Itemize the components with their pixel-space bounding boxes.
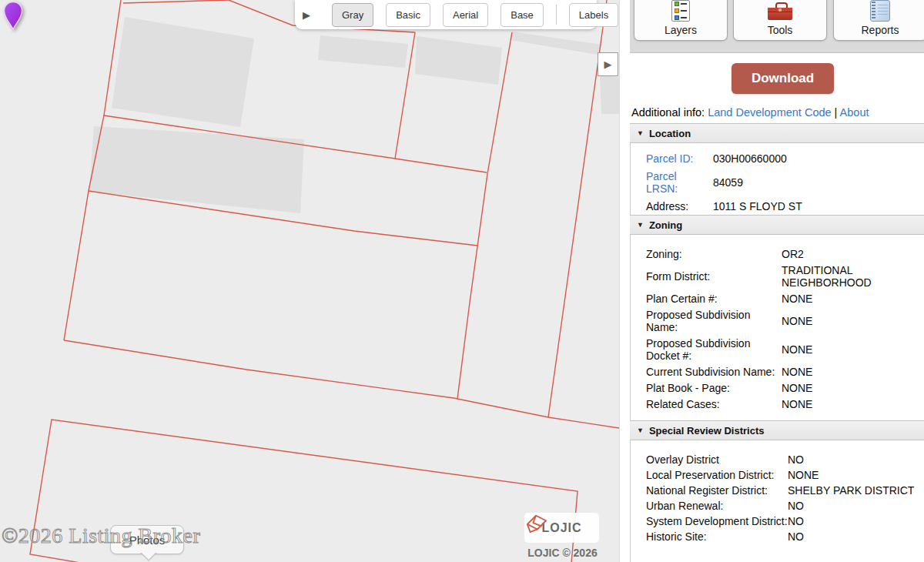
row-label: Historic Site: <box>646 530 788 543</box>
toolbar-divider <box>556 5 557 25</box>
zoning-rows: Zoning: OR2 Form District: TRADITIONAL N… <box>630 235 924 420</box>
detail-row: Form District: TRADITIONAL NEIGHBORHOOD <box>646 264 924 289</box>
row-value: 1011 S FLOYD ST <box>713 200 924 212</box>
panel-toolbar-strip: Layers Tools Reports <box>630 0 924 53</box>
building-footprints <box>89 17 619 213</box>
row-value: NONE <box>782 366 924 378</box>
row-label: System Development District: <box>646 515 788 527</box>
row-value: NO <box>788 515 924 527</box>
additional-info-prefix: Additional info: <box>631 106 708 119</box>
row-label: Zoning: <box>646 248 782 260</box>
detail-row: Parcel ID: 030H00660000 <box>646 152 924 165</box>
detail-row: Current Subdivision Name: NONE <box>646 366 924 378</box>
basemap-button[interactable]: Gray <box>332 3 373 27</box>
row-value: NONE <box>782 293 924 305</box>
layers-icon <box>671 0 690 22</box>
parcel-map-canvas <box>0 0 619 562</box>
photos-callout[interactable]: Photos <box>110 525 184 554</box>
land-development-code-link[interactable]: Land Development Code <box>708 106 831 119</box>
detail-row: System Development District: NO <box>646 515 924 527</box>
row-label: Overlay District <box>646 453 788 466</box>
basemap-buttons: Gray Basic Aerial Base Labels <box>332 3 618 27</box>
detail-row: Overlay District NO <box>646 453 924 466</box>
row-value: NONE <box>782 343 924 356</box>
detail-row: Historic Site: NO <box>646 530 924 543</box>
row-label[interactable]: Parcel LRSN: <box>646 170 713 195</box>
info-panel: Layers Tools Reports Download Additional… <box>630 0 924 562</box>
row-label: Current Subdivision Name: <box>646 366 782 378</box>
section-title: Special Review Districts <box>649 425 765 437</box>
row-value: NONE <box>782 315 924 327</box>
tools-label: Tools <box>768 24 793 36</box>
row-value: 84059 <box>713 176 924 189</box>
section-header-special-review-districts[interactable]: ▼ Special Review Districts <box>630 420 924 440</box>
row-label: Urban Renewal: <box>646 500 788 512</box>
row-value: NO <box>788 500 924 512</box>
row-value: NONE <box>788 469 924 481</box>
additional-info: Additional info: Land Development Code |… <box>631 106 869 119</box>
row-value: SHELBY PARK DISTRICT <box>788 484 924 497</box>
reports-card[interactable]: Reports <box>833 0 924 41</box>
about-link[interactable]: About <box>840 106 869 119</box>
toolbox-icon <box>768 0 792 22</box>
row-value: NONE <box>782 398 924 410</box>
basemap-button[interactable]: Aerial <box>443 3 488 27</box>
row-label: Proposed Subdivision Docket #: <box>646 337 782 362</box>
toolbar-collapse-icon[interactable]: ▶ <box>303 10 310 20</box>
row-value: OR2 <box>782 248 924 260</box>
row-label: National Register District: <box>646 484 788 497</box>
chevron-right-icon: ▶ <box>604 59 612 70</box>
detail-row: National Register District: SHELBY PARK … <box>646 484 924 497</box>
notebook-icon <box>870 0 890 22</box>
detail-row: Urban Renewal: NO <box>646 500 924 512</box>
parcel-map[interactable]: ▶ Gray Basic Aerial Base Labels ▶ Photos… <box>0 0 620 562</box>
section-header-zoning[interactable]: ▼ Zoning <box>630 215 924 235</box>
row-label: Plan Certain #: <box>646 293 782 305</box>
tools-card[interactable]: Tools <box>733 0 827 41</box>
detail-row: Plat Book - Page: NONE <box>646 382 924 394</box>
download-button[interactable]: Download <box>732 63 834 94</box>
basemap-toolbar: ▶ Gray Basic Aerial Base Labels <box>295 0 597 29</box>
collapse-arrow-icon: ▼ <box>637 427 644 434</box>
layers-card[interactable]: Layers <box>634 0 728 41</box>
row-value: NO <box>788 530 924 543</box>
section-title: Zoning <box>649 219 682 231</box>
layers-label: Layers <box>665 24 697 36</box>
location-rows: Parcel ID: 030H00660000 Parcel LRSN: 840… <box>630 143 924 215</box>
detail-row: Proposed Subdivision Name: NONE <box>646 309 924 333</box>
photos-label: Photos <box>129 534 166 547</box>
section-header-location[interactable]: ▼ Location <box>630 123 924 143</box>
row-value: 030H00660000 <box>713 152 924 165</box>
map-marker[interactable] <box>0 0 28 34</box>
row-value: NONE <box>782 382 924 394</box>
basemap-button[interactable]: Base <box>500 3 544 27</box>
lojic-copyright: LOJIC © 2026 <box>526 547 599 559</box>
row-value: TRADITIONAL NEIGHBORHOOD <box>782 264 924 289</box>
basemap-button[interactable]: Basic <box>386 3 430 27</box>
section-title: Location <box>649 128 691 139</box>
lojic-gem-icon <box>524 513 549 534</box>
reports-label: Reports <box>861 24 899 36</box>
detail-row: Parcel LRSN: 84059 <box>646 170 924 195</box>
collapse-arrow-icon: ▼ <box>637 129 644 137</box>
detail-row: Related Cases: NONE <box>646 398 924 410</box>
basemap-button[interactable]: Labels <box>569 3 618 27</box>
lojic-logo: LOJIC <box>524 513 599 543</box>
detail-row: Local Preservation District: NONE <box>646 469 924 481</box>
detail-row: Address: 1011 S FLOYD ST <box>646 200 924 212</box>
detail-row: Proposed Subdivision Docket #: NONE <box>646 337 924 362</box>
row-value: NO <box>788 453 924 466</box>
row-label[interactable]: Parcel ID: <box>646 152 713 165</box>
row-label: Address: <box>646 200 713 212</box>
map-pin-icon <box>5 2 22 30</box>
row-label: Local Preservation District: <box>646 469 788 481</box>
row-label: Related Cases: <box>646 398 782 410</box>
detail-row: Zoning: OR2 <box>646 248 924 260</box>
row-label: Form District: <box>646 270 782 283</box>
collapse-arrow-icon: ▼ <box>637 221 644 229</box>
special-review-rows: Overlay District NO Local Preservation D… <box>630 440 924 562</box>
detail-row: Plan Certain #: NONE <box>646 293 924 305</box>
row-label: Proposed Subdivision Name: <box>646 309 782 333</box>
map-expand-button[interactable]: ▶ <box>598 52 618 76</box>
link-separator: | <box>832 106 840 119</box>
